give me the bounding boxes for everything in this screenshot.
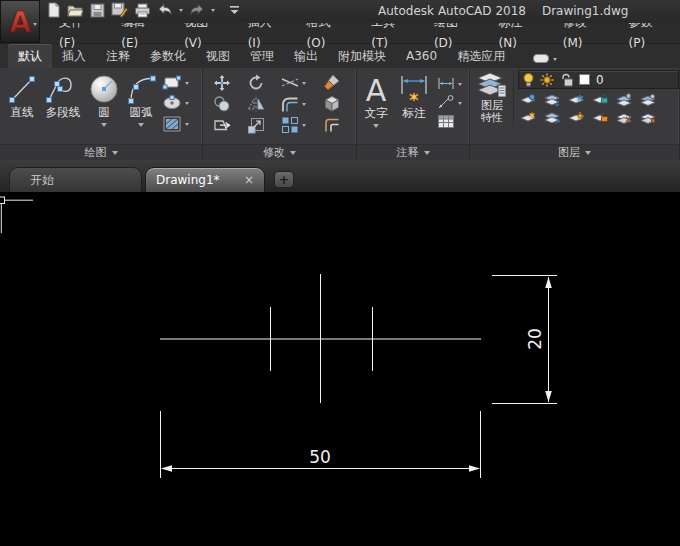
ellipse-button[interactable] (162, 95, 189, 111)
rotate-button[interactable] (247, 74, 273, 92)
explode-icon (323, 95, 341, 113)
layer-thaw-all-icon[interactable] (568, 111, 585, 126)
line-icon (6, 73, 38, 105)
array-dropdown-icon[interactable] (302, 124, 306, 129)
qat-customize-icon[interactable] (229, 5, 240, 15)
save-icon[interactable] (90, 3, 105, 18)
mirror-button[interactable] (247, 95, 273, 113)
file-tab-start[interactable]: 开始 (9, 167, 142, 192)
layer-thaw-sun-icon[interactable] (540, 73, 554, 87)
mirror-icon (247, 95, 265, 113)
dimension-vertical-value[interactable]: 20 (525, 328, 545, 350)
fillet-dropdown-icon[interactable] (302, 103, 306, 108)
layer-unlock-icon[interactable] (560, 73, 573, 87)
panel-modify-label[interactable]: 修改 (203, 144, 356, 160)
trim-dropdown-icon[interactable] (302, 82, 306, 87)
layer-lock-icon[interactable] (592, 93, 609, 108)
rectangle-icon (162, 75, 182, 91)
explode-button[interactable] (323, 95, 349, 113)
ribbon-tab-addins[interactable]: 附加模块 (328, 44, 396, 68)
fillet-icon (281, 95, 299, 113)
layer-unisolate-icon[interactable] (520, 111, 537, 126)
layer-copy-to-icon[interactable] (544, 111, 561, 126)
layer-freeze-icon[interactable] (568, 93, 585, 108)
arc-dropdown-icon[interactable] (138, 123, 144, 130)
layer-make-current-icon[interactable] (544, 93, 561, 108)
table-button[interactable] (437, 114, 462, 129)
ribbon-tab-featured[interactable]: 精选应用 (447, 44, 515, 68)
ribbon-tab-annotate[interactable]: 注释 (96, 44, 140, 68)
scale-icon (247, 116, 265, 134)
redo-dropdown-icon[interactable] (211, 9, 215, 14)
panel-layers-label[interactable]: 图层 (470, 144, 679, 160)
layer-color-swatch[interactable] (579, 74, 590, 85)
undo-icon[interactable] (157, 3, 173, 17)
erase-button[interactable] (323, 74, 349, 92)
scale-button[interactable] (247, 116, 273, 134)
copy-button[interactable] (213, 95, 239, 113)
drawing-canvas[interactable]: 50 20 (0, 192, 680, 546)
app-menu-button[interactable]: A (0, 0, 40, 43)
line-button[interactable]: 直线 (6, 70, 38, 119)
ribbon-tab-output[interactable]: 输出 (284, 44, 328, 68)
circle-dropdown-icon[interactable] (101, 123, 107, 130)
new-tab-button[interactable]: + (274, 171, 294, 188)
file-tab-close-icon[interactable]: × (242, 174, 256, 186)
trim-button[interactable] (281, 74, 315, 92)
layer-select-combo[interactable]: 0 (518, 70, 679, 89)
layer-state-icon[interactable] (640, 93, 657, 108)
ribbon-minimize-button[interactable] (533, 54, 557, 63)
offset-button[interactable] (323, 116, 349, 134)
fillet-button[interactable] (281, 95, 315, 113)
leader-button[interactable] (437, 95, 462, 110)
layer-match-icon[interactable] (616, 93, 633, 108)
layer-isolate-icon[interactable] (520, 93, 537, 108)
layer-walk-icon[interactable] (640, 111, 657, 126)
panel-draw-label[interactable]: 绘图 (0, 144, 202, 160)
ribbon-tab-manage[interactable]: 管理 (240, 44, 284, 68)
hatch-button[interactable] (162, 115, 189, 133)
array-button[interactable] (281, 116, 315, 134)
move-icon (213, 74, 231, 92)
panel-annotate-label[interactable]: 注释 (357, 144, 469, 160)
ribbon-tab-view[interactable]: 视图 (196, 44, 240, 68)
ribbon-tab-home[interactable]: 默认 (8, 44, 52, 68)
file-tab-drawing1[interactable]: Drawing1* × (145, 167, 265, 192)
app-menu-caret-icon (33, 23, 37, 28)
stretch-button[interactable] (213, 116, 239, 134)
hatch-icon (162, 115, 182, 133)
leader-icon (437, 95, 455, 110)
trim-icon (281, 74, 299, 92)
layer-properties-button[interactable]: 图层 特性 (473, 70, 511, 126)
dimension-horizontal-value[interactable]: 50 (309, 447, 331, 467)
svg-text:A: A (366, 74, 387, 106)
arc-button[interactable]: 圆弧 (125, 70, 157, 130)
rotate-icon (247, 74, 265, 92)
layer-unlock-all-icon[interactable] (592, 111, 609, 126)
ribbon-tab-insert[interactable]: 插入 (52, 44, 96, 68)
quick-access-toolbar (46, 2, 240, 18)
rectangle-button[interactable] (162, 75, 189, 91)
layer-off-icon[interactable] (616, 111, 633, 126)
polyline-button[interactable]: 多段线 (43, 70, 83, 119)
dimension-button[interactable]: 标注 (397, 71, 431, 131)
ribbon-tab-parametric[interactable]: 参数化 (140, 44, 196, 68)
window-title: Autodesk AutoCAD 2018 Drawing1.dwg (378, 4, 628, 18)
undo-dropdown-icon[interactable] (179, 9, 183, 14)
autocad-window: A (0, 0, 680, 546)
ribbon-tab-a360[interactable]: A360 (396, 44, 447, 68)
current-layer-name[interactable]: 0 (596, 73, 604, 87)
new-file-icon[interactable] (46, 2, 61, 18)
redo-icon[interactable] (189, 3, 205, 17)
ribbon-minimize-caret-icon (553, 58, 557, 63)
text-dropdown-icon[interactable] (373, 124, 379, 131)
layer-on-bulb-icon[interactable] (523, 73, 534, 87)
text-button[interactable]: A 文字 (361, 71, 391, 131)
save-as-icon[interactable] (111, 2, 128, 18)
open-icon[interactable] (67, 3, 84, 18)
plot-icon[interactable] (134, 3, 151, 18)
circle-button[interactable]: 圆 (88, 70, 120, 130)
dimension-horizontal[interactable] (161, 411, 481, 478)
move-button[interactable] (213, 74, 239, 92)
linear-dimension-button[interactable] (437, 76, 462, 91)
